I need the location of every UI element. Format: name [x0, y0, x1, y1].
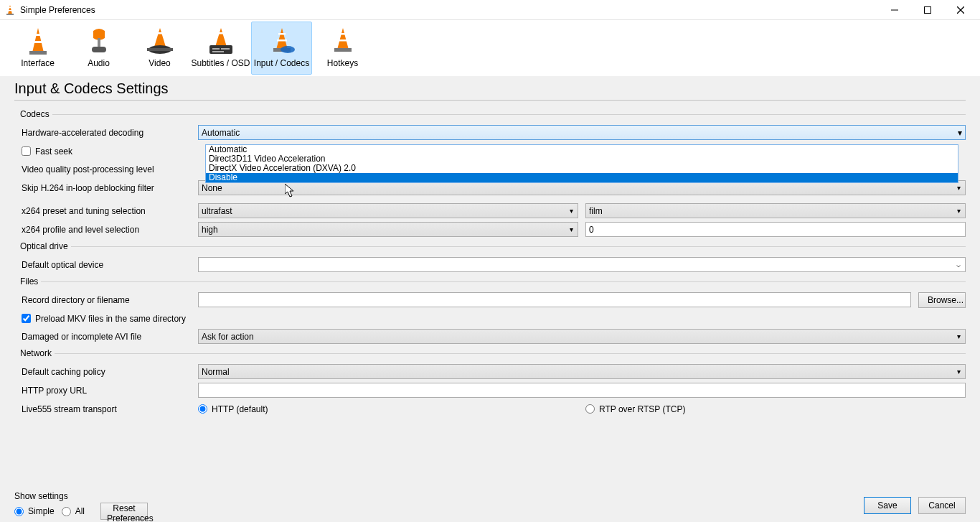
optical-default-label: Default optical device	[14, 260, 198, 270]
tab-subtitles-label: Subtitles / OSD	[191, 58, 250, 68]
hw-option-dxva[interactable]: DirectX Video Acceleration (DXVA) 2.0	[206, 164, 958, 173]
close-button[interactable]	[944, 0, 977, 20]
live555-http-radio[interactable]	[198, 404, 207, 414]
skip-deblocking-label: Skip H.264 in-loop deblocking filter	[14, 183, 198, 193]
optical-default-dropdown[interactable]: ⌵	[198, 257, 966, 272]
cache-policy-label: Default caching policy	[14, 367, 198, 377]
browse-button[interactable]: Browse...	[918, 292, 966, 308]
hw-decoding-label: Hardware-accelerated decoding	[14, 128, 198, 138]
svg-rect-17	[147, 48, 173, 51]
files-group: Files Record directory or filename Brows…	[14, 276, 966, 345]
svg-marker-18	[215, 28, 227, 47]
maximize-button[interactable]	[911, 0, 944, 20]
reset-preferences-button[interactable]: Reset Preferences	[100, 503, 148, 520]
show-settings-simple-radio[interactable]	[14, 507, 24, 516]
tab-video[interactable]: Video	[129, 22, 190, 75]
tab-interface-label: Interface	[21, 58, 55, 68]
svg-rect-3	[6, 14, 14, 15]
svg-rect-21	[212, 48, 220, 50]
damaged-avi-value: Ask for action	[202, 332, 254, 342]
x264-tuning-dropdown[interactable]: film ▾	[585, 203, 966, 218]
svg-rect-9	[34, 34, 42, 36]
live555-rtp-label: RTP over RTSP (TCP)	[599, 404, 685, 414]
record-dir-input[interactable]	[198, 292, 911, 307]
hw-decoding-open-list[interactable]: Automatic Direct3D11 Video Acceleration …	[205, 144, 958, 183]
page-heading: Input & Codecs Settings	[0, 76, 980, 105]
x264-preset-dropdown[interactable]: ultrafast ▾	[198, 203, 578, 218]
optical-legend: Optical drive	[14, 241, 71, 251]
svg-marker-14	[154, 28, 166, 47]
optical-group: Optical drive Default optical device ⌵	[14, 241, 966, 274]
svg-rect-19	[217, 32, 225, 34]
window-title: Simple Preferences	[20, 5, 95, 15]
tab-interface[interactable]: Interface	[7, 22, 68, 75]
svg-marker-0	[8, 5, 12, 14]
cache-policy-value: Normal	[202, 367, 230, 377]
live555-label: Live555 stream transport	[14, 404, 198, 414]
live555-rtp-radio[interactable]	[585, 404, 595, 414]
page-title: Input & Codecs Settings	[14, 80, 966, 97]
record-dir-label: Record directory or filename	[14, 295, 198, 305]
damaged-avi-dropdown[interactable]: Ask for action ▾	[198, 329, 966, 344]
minimize-button[interactable]	[878, 0, 911, 20]
x264-profile-dropdown[interactable]: high ▾	[198, 222, 578, 237]
svg-rect-13	[92, 47, 106, 52]
svg-point-28	[281, 46, 295, 53]
show-settings-label: Show settings	[14, 491, 148, 501]
show-settings-all-radio[interactable]	[62, 507, 71, 516]
video-quality-label: Video quality post-processing level	[14, 164, 198, 174]
http-proxy-label: HTTP proxy URL	[14, 386, 198, 396]
network-group: Network Default caching policy Normal ▾ …	[14, 348, 966, 418]
preferences-tab-bar: Interface Audio Video Subtitles / OSD In…	[0, 20, 980, 76]
cancel-button[interactable]: Cancel	[918, 497, 966, 514]
chevron-down-icon: ▾	[957, 184, 962, 192]
chevron-down-icon: ▾	[958, 128, 962, 138]
x264-tuning-value: film	[589, 206, 603, 216]
network-legend: Network	[14, 348, 55, 358]
codecs-legend: Codecs	[14, 109, 52, 119]
tab-audio-label: Audio	[88, 58, 110, 68]
tab-input-codecs-label: Input / Codecs	[254, 58, 309, 68]
tab-video-label: Video	[149, 58, 170, 68]
hw-decoding-value: Automatic	[202, 128, 240, 138]
x264-level-input[interactable]	[585, 222, 966, 237]
tab-hotkeys[interactable]: Hotkeys	[312, 22, 373, 75]
chevron-down-icon: ▾	[957, 332, 962, 340]
preload-mkv-checkbox[interactable]	[22, 314, 31, 323]
svg-rect-15	[156, 32, 164, 34]
tab-subtitles[interactable]: Subtitles / OSD	[190, 22, 251, 75]
chevron-down-icon: ▾	[570, 225, 575, 233]
http-proxy-input[interactable]	[198, 383, 966, 398]
chevron-down-icon: ▾	[570, 207, 575, 215]
footer: Show settings Simple All Reset Preferenc…	[0, 489, 980, 522]
cache-policy-dropdown[interactable]: Normal ▾	[198, 364, 966, 379]
save-button[interactable]: Save	[864, 497, 911, 514]
x264-profile-value: high	[202, 225, 218, 235]
title-bar: Simple Preferences	[0, 0, 980, 20]
svg-rect-5	[925, 6, 931, 13]
svg-rect-22	[221, 48, 230, 50]
svg-rect-30	[339, 33, 347, 35]
svg-rect-26	[277, 39, 287, 42]
tab-audio[interactable]: Audio	[68, 22, 129, 75]
svg-marker-8	[32, 28, 44, 52]
damaged-avi-label: Damaged or incomplete AVI file	[14, 332, 198, 342]
hw-option-disable[interactable]: Disable	[206, 173, 958, 182]
live555-http-label: HTTP (default)	[212, 404, 268, 414]
svg-rect-25	[278, 33, 286, 35]
x264-preset-value: ultrafast	[202, 206, 232, 216]
hw-decoding-dropdown[interactable]: Automatic ▾	[198, 125, 966, 140]
chevron-down-icon: ⌵	[956, 261, 962, 269]
vlc-cone-icon	[4, 4, 16, 16]
x264-profile-label: x264 profile and level selection	[14, 225, 198, 235]
show-settings-simple-label: Simple	[28, 506, 55, 516]
svg-rect-23	[212, 51, 224, 52]
fast-seek-checkbox[interactable]	[22, 146, 31, 156]
preload-mkv-label: Preload MKV files in the same directory	[35, 314, 186, 324]
svg-rect-32	[334, 48, 352, 52]
svg-rect-12	[98, 38, 100, 47]
show-settings-all-label: All	[75, 506, 85, 516]
tab-input-codecs[interactable]: Input / Codecs	[251, 22, 312, 75]
svg-rect-11	[29, 51, 47, 55]
svg-rect-31	[338, 39, 348, 42]
